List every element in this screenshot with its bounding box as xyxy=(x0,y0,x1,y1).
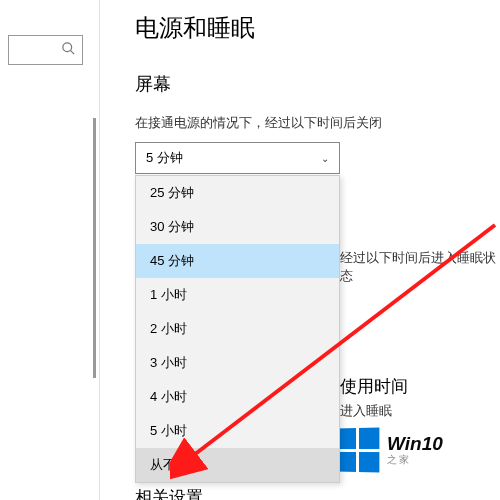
watermark: Win10 之家 xyxy=(335,428,443,472)
screen-off-select[interactable]: 5 分钟 ⌄ xyxy=(135,142,340,174)
svg-line-1 xyxy=(70,50,74,54)
search-icon xyxy=(61,41,76,60)
windows-logo-icon xyxy=(336,427,380,472)
dropdown-option[interactable]: 25 分钟 xyxy=(136,176,339,210)
dropdown-option[interactable]: 3 小时 xyxy=(136,346,339,380)
sleep-hint: 经过以下时间后进入睡眠状态 xyxy=(340,249,500,285)
dropdown-option[interactable]: 从不 xyxy=(136,448,339,482)
page-title: 电源和睡眠 xyxy=(135,12,495,44)
dropdown-option[interactable]: 45 分钟 xyxy=(136,244,339,278)
svg-point-0 xyxy=(63,42,72,51)
search-input[interactable] xyxy=(8,35,83,65)
related-settings: 相关设置 xyxy=(135,486,203,500)
screen-off-label: 在接通电源的情况下，经过以下时间后关闭 xyxy=(135,114,495,132)
nav-indicator xyxy=(93,118,97,378)
usage-title: 使用时间 xyxy=(340,375,408,398)
dropdown-option[interactable]: 1 小时 xyxy=(136,278,339,312)
dropdown-option[interactable]: 2 小时 xyxy=(136,312,339,346)
usage-sub: 进入睡眠 xyxy=(340,402,392,420)
chevron-down-icon: ⌄ xyxy=(321,153,329,164)
section-screen: 屏幕 xyxy=(135,72,495,96)
left-panel xyxy=(0,0,100,500)
time-dropdown: 25 分钟30 分钟45 分钟1 小时2 小时3 小时4 小时5 小时从不 xyxy=(135,175,340,483)
screen-off-value: 5 分钟 xyxy=(146,149,183,167)
dropdown-option[interactable]: 5 小时 xyxy=(136,414,339,448)
watermark-text: Win10 之家 xyxy=(387,433,443,467)
content-area: 电源和睡眠 屏幕 在接通电源的情况下，经过以下时间后关闭 5 分钟 ⌄ xyxy=(135,0,495,174)
dropdown-option[interactable]: 4 小时 xyxy=(136,380,339,414)
dropdown-option[interactable]: 30 分钟 xyxy=(136,210,339,244)
